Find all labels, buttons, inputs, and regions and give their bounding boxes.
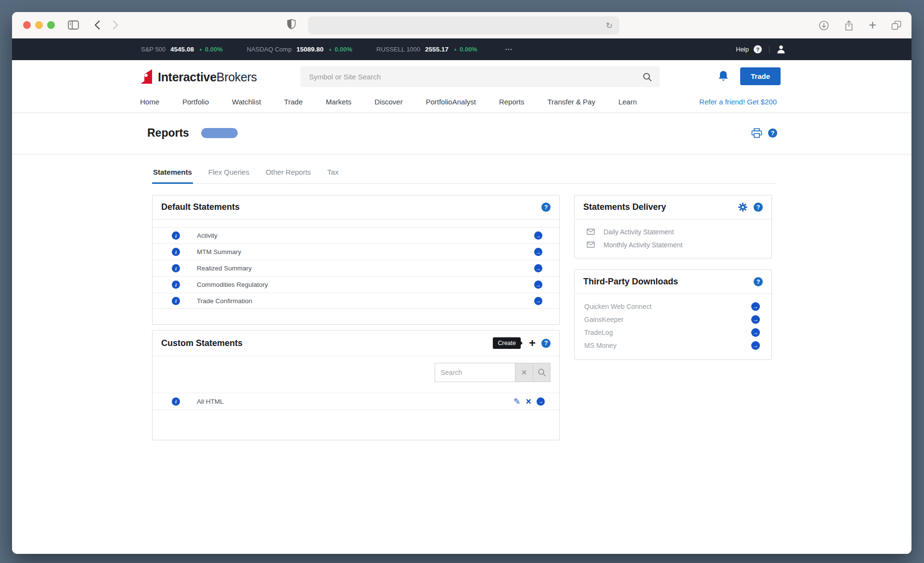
envelope-icon: [587, 229, 595, 235]
zoom-window-button[interactable]: [47, 21, 55, 29]
download-arrow-icon[interactable]: →: [751, 328, 760, 337]
nav-item-watchlist[interactable]: Watchlist: [232, 98, 261, 106]
default-statements-list: i Activity → i MTM Summary → i Realized …: [153, 227, 559, 324]
tab-statements[interactable]: Statements: [152, 168, 193, 184]
card-title: Third-Party Downloads: [583, 277, 678, 287]
ticker-item-sp500[interactable]: S&P 500 4545.08 ▲0.00%: [141, 46, 223, 53]
share-icon[interactable]: [844, 20, 854, 31]
info-icon[interactable]: i: [172, 231, 180, 240]
refresh-icon[interactable]: ↻: [606, 22, 613, 30]
nav-item-home[interactable]: Home: [140, 98, 159, 106]
card-title: Custom Statements: [161, 338, 243, 348]
help-icon[interactable]: ?: [768, 128, 777, 138]
tab-overview-icon[interactable]: [891, 20, 902, 31]
nav-item-reports[interactable]: Reports: [499, 98, 525, 106]
statement-row-trade-confirmation[interactable]: i Trade Confirmation →: [153, 293, 559, 309]
settings-gear-icon[interactable]: [738, 202, 748, 212]
info-icon[interactable]: i: [172, 248, 180, 256]
help-icon[interactable]: ?: [541, 203, 551, 212]
help-icon[interactable]: ?: [541, 339, 551, 348]
delivery-item-daily[interactable]: Daily Activity Statement: [575, 225, 771, 238]
new-tab-icon[interactable]: +: [869, 19, 876, 32]
card-header: Default Statements ?: [153, 195, 559, 219]
user-account-icon[interactable]: [777, 45, 785, 54]
third-party-downloads-card: Third-Party Downloads ? Quicken Web Conn…: [574, 269, 772, 360]
close-window-button[interactable]: [23, 21, 31, 29]
nav-item-trade[interactable]: Trade: [284, 98, 303, 106]
up-triangle-icon: ▲: [199, 48, 203, 51]
back-icon[interactable]: [94, 20, 101, 30]
download-item-gainskeeper[interactable]: GainsKeeper →: [575, 313, 771, 326]
statement-row-commodities-regulatory[interactable]: i Commodities Regulatory →: [153, 276, 559, 293]
card-title: Statements Delivery: [583, 202, 666, 212]
run-arrow-icon[interactable]: →: [534, 281, 542, 289]
run-arrow-icon[interactable]: →: [534, 264, 542, 272]
ticker-value: 15089.80: [296, 46, 323, 53]
run-arrow-icon[interactable]: →: [537, 397, 545, 406]
ticker-item-russell[interactable]: RUSSELL 1000 2555.17 ▲0.00%: [376, 46, 477, 53]
tab-other-reports[interactable]: Other Reports: [265, 168, 312, 184]
nav-item-transfer-pay[interactable]: Transfer & Pay: [547, 98, 595, 106]
nav-item-portfolio[interactable]: Portfolio: [182, 98, 209, 106]
info-icon[interactable]: i: [172, 264, 180, 272]
run-arrow-icon[interactable]: →: [534, 297, 542, 305]
run-arrow-icon[interactable]: →: [534, 248, 542, 256]
divider: [12, 154, 911, 154]
search-icon[interactable]: [642, 72, 652, 82]
delivery-item-monthly[interactable]: Monthly Activity Statement: [575, 238, 771, 251]
download-arrow-icon[interactable]: →: [751, 315, 760, 324]
help-icon[interactable]: ?: [754, 277, 763, 286]
tab-tax[interactable]: Tax: [326, 168, 339, 184]
custom-search-input[interactable]: [435, 363, 515, 382]
site-search: [300, 66, 660, 87]
ticker-more-icon[interactable]: •••: [505, 47, 513, 52]
download-item-ms-money[interactable]: MS Money →: [575, 339, 771, 352]
account-pill: [201, 128, 238, 138]
nav-item-discover[interactable]: Discover: [374, 98, 402, 106]
sidebar-toggle-icon[interactable]: [67, 20, 79, 30]
page-actions: ?: [751, 128, 777, 138]
trade-button[interactable]: Trade: [740, 67, 781, 85]
ticker-label: RUSSELL 1000: [376, 46, 420, 53]
nav-item-learn[interactable]: Learn: [618, 98, 637, 106]
run-arrow-icon[interactable]: →: [534, 231, 542, 240]
nav-item-portfolioanalyst[interactable]: PortfolioAnalyst: [426, 98, 476, 106]
privacy-shield-icon[interactable]: [287, 19, 296, 30]
ticker-item-nasdaq[interactable]: NASDAQ Comp 15089.80 ▲0.00%: [247, 46, 352, 53]
statement-row-activity[interactable]: i Activity →: [153, 227, 559, 243]
delete-icon[interactable]: ×: [526, 397, 531, 406]
create-statement-button[interactable]: +: [529, 337, 536, 349]
address-bar[interactable]: ↻: [308, 16, 619, 35]
help-icon[interactable]: ?: [754, 45, 762, 53]
ib-logo[interactable]: InteractiveBrokers: [140, 68, 257, 84]
downloads-icon[interactable]: [819, 20, 829, 31]
search-button[interactable]: [533, 363, 551, 382]
ticker-change: ▲0.00%: [328, 46, 352, 53]
notifications-bell-icon[interactable]: [718, 70, 729, 83]
download-item-quicken[interactable]: Quicken Web Connect →: [575, 300, 771, 313]
nav-item-markets[interactable]: Markets: [326, 98, 351, 106]
help-link[interactable]: Help: [736, 46, 749, 53]
info-icon[interactable]: i: [172, 297, 180, 305]
clear-search-button[interactable]: ×: [515, 363, 533, 382]
forward-icon[interactable]: [112, 20, 119, 30]
download-arrow-icon[interactable]: →: [751, 341, 760, 350]
minimize-window-button[interactable]: [35, 21, 43, 29]
refer-friend-link[interactable]: Refer a friend! Get $200: [699, 98, 777, 106]
divider: [769, 46, 770, 53]
help-icon[interactable]: ?: [754, 203, 763, 212]
edit-icon[interactable]: ✎: [513, 397, 520, 406]
download-arrow-icon[interactable]: →: [751, 302, 760, 311]
print-icon[interactable]: [751, 128, 762, 138]
custom-statement-row-all-html[interactable]: i All HTML ✎ × →: [153, 393, 559, 410]
tab-flex-queries[interactable]: Flex Queries: [207, 168, 250, 184]
info-icon[interactable]: i: [172, 281, 180, 289]
statement-row-mtm-summary[interactable]: i MTM Summary →: [153, 243, 559, 260]
site-search-input[interactable]: [300, 66, 642, 87]
card-header: Third-Party Downloads ?: [575, 270, 771, 294]
statement-row-realized-summary[interactable]: i Realized Summary →: [153, 260, 559, 276]
download-item-tradelog[interactable]: TradeLog →: [575, 326, 771, 339]
brand-name: InteractiveBrokers: [158, 70, 257, 84]
info-icon[interactable]: i: [172, 397, 180, 406]
ticker-change: ▲0.00%: [199, 46, 223, 53]
